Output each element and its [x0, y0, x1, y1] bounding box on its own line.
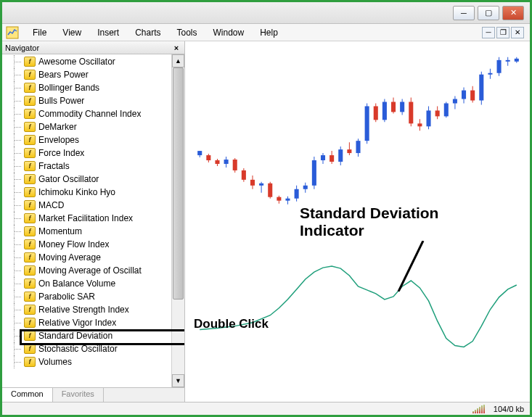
title-bar: ─ ▢ ✕: [2, 2, 530, 24]
indicator-item[interactable]: fCommodity Channel Index: [2, 107, 184, 120]
indicator-icon: f: [24, 70, 36, 80]
indicator-label: DeMarker: [38, 122, 77, 132]
menu-help[interactable]: Help: [253, 25, 285, 40]
menu-insert[interactable]: Insert: [90, 25, 126, 40]
indicator-item[interactable]: fStochastic Oscillator: [2, 342, 184, 355]
svg-rect-68: [488, 73, 492, 75]
indicator-icon: f: [24, 226, 36, 236]
indicator-icon: f: [24, 305, 36, 315]
navigator-close-button[interactable]: ×: [171, 44, 181, 52]
indicator-icon: f: [24, 96, 36, 106]
indicator-label: Market Facilitation Index: [38, 213, 133, 223]
indicator-icon: f: [24, 109, 36, 119]
indicator-item[interactable]: fVolumes: [2, 355, 184, 368]
indicator-item[interactable]: fStandard Deviation: [2, 329, 184, 342]
svg-rect-70: [497, 60, 502, 73]
svg-rect-66: [479, 75, 483, 101]
navigator-tree: fAwesome OscillatorfBears PowerfBollinge…: [2, 54, 184, 387]
indicator-item[interactable]: fDeMarker: [2, 120, 184, 133]
indicator-label: Envelopes: [38, 135, 79, 145]
indicator-label: On Balance Volume: [38, 278, 115, 289]
indicator-item[interactable]: fAwesome Oscillator: [2, 55, 184, 68]
indicator-item[interactable]: fEnvelopes: [2, 133, 184, 146]
chart-area[interactable]: Standard Deviation Indicator Double Clic…: [185, 41, 530, 402]
scroll-thumb[interactable]: [173, 67, 184, 300]
scroll-up-button[interactable]: ▲: [172, 54, 184, 67]
indicator-item[interactable]: fIchimoku Kinko Hyo: [2, 186, 184, 199]
maximize-button[interactable]: ▢: [478, 6, 499, 20]
menu-charts[interactable]: Charts: [128, 25, 168, 40]
indicator-item[interactable]: fRelative Strength Index: [2, 303, 184, 316]
svg-rect-52: [417, 123, 422, 126]
indicator-item[interactable]: fMoving Average of Oscillat: [2, 264, 184, 277]
indicator-item[interactable]: fMoving Average: [2, 251, 184, 264]
indicator-icon: f: [24, 148, 36, 158]
indicator-item[interactable]: fParabolic SAR: [2, 290, 184, 303]
indicator-icon: f: [24, 122, 36, 132]
indicator-icon: f: [24, 135, 36, 145]
mdi-controls: ─ ❐ ✕: [482, 27, 527, 38]
indicator-item[interactable]: fMarket Facilitation Index: [2, 212, 184, 225]
indicator-label: Relative Strength Index: [38, 305, 129, 315]
indicator-label: Commodity Channel Index: [38, 109, 141, 119]
svg-rect-64: [470, 91, 475, 101]
status-bar: 104/0 kb: [2, 402, 530, 415]
svg-rect-2: [197, 151, 202, 155]
indicator-item[interactable]: fMACD: [2, 199, 184, 212]
indicator-icon: f: [24, 331, 36, 341]
indicator-icon: f: [24, 318, 36, 328]
svg-rect-26: [303, 186, 308, 189]
indicator-label: Stochastic Oscillator: [38, 344, 118, 354]
svg-rect-12: [242, 170, 246, 180]
indicator-item[interactable]: fOn Balance Volume: [2, 277, 184, 290]
mdi-minimize-button[interactable]: ─: [482, 27, 495, 38]
indicator-icon: f: [24, 239, 36, 249]
indicator-icon: f: [24, 57, 36, 67]
close-button[interactable]: ✕: [502, 6, 524, 20]
svg-rect-32: [330, 155, 334, 162]
tab-common[interactable]: Common: [2, 388, 53, 402]
menu-file[interactable]: File: [25, 25, 54, 40]
navigator-title: Navigator: [5, 44, 171, 52]
svg-rect-74: [515, 59, 519, 62]
mdi-restore-button[interactable]: ❐: [496, 27, 510, 38]
indicator-label: Moving Average: [38, 252, 101, 263]
annotation-double-click: Double Click: [194, 317, 269, 331]
svg-rect-22: [285, 199, 290, 201]
indicator-item[interactable]: fBollinger Bands: [2, 81, 184, 94]
indicator-item[interactable]: fRelative Vigor Index: [2, 316, 184, 329]
svg-rect-6: [215, 160, 219, 164]
indicator-icon: f: [24, 161, 36, 171]
menu-tools[interactable]: Tools: [170, 25, 205, 40]
svg-rect-18: [268, 183, 272, 197]
indicator-icon: f: [24, 187, 36, 197]
svg-rect-40: [365, 106, 369, 141]
minimize-button[interactable]: ─: [453, 6, 475, 20]
svg-rect-44: [382, 102, 387, 120]
svg-rect-50: [409, 102, 413, 123]
tab-favorites[interactable]: Favorites: [53, 388, 104, 402]
indicator-icon: f: [24, 83, 36, 93]
annotation-title: Standard Deviation Indicator: [300, 205, 438, 239]
svg-rect-36: [347, 149, 351, 153]
indicator-item[interactable]: fGator Oscillator: [2, 173, 184, 186]
indicator-label: Awesome Oscillator: [38, 57, 115, 67]
menu-window[interactable]: Window: [206, 25, 252, 40]
indicator-item[interactable]: fBears Power: [2, 68, 184, 81]
indicator-item[interactable]: fForce Index: [2, 146, 184, 160]
indicator-label: Bears Power: [38, 70, 89, 80]
scroll-down-button[interactable]: ▼: [172, 374, 184, 387]
svg-rect-54: [427, 110, 431, 126]
svg-rect-20: [277, 197, 281, 201]
indicator-item[interactable]: fFractals: [2, 160, 184, 173]
mdi-close-button[interactable]: ✕: [511, 27, 524, 38]
svg-rect-72: [506, 60, 510, 62]
indicator-item[interactable]: fMomentum: [2, 225, 184, 238]
indicator-label: Fractals: [38, 161, 70, 171]
menu-view[interactable]: View: [55, 25, 89, 40]
indicator-label: Volumes: [38, 357, 72, 367]
navigator-scrollbar[interactable]: ▲ ▼: [171, 54, 184, 387]
indicator-item[interactable]: fBulls Power: [2, 94, 184, 107]
indicator-label: Force Index: [38, 148, 84, 158]
indicator-item[interactable]: fMoney Flow Index: [2, 238, 184, 251]
